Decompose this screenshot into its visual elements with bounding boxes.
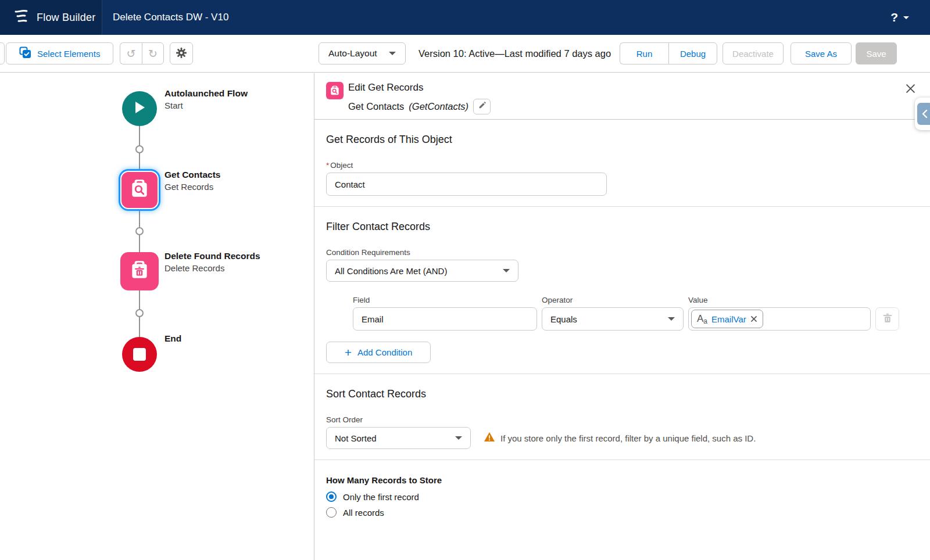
redo-icon: ↻ [148,47,158,60]
delete-records-icon [128,259,151,283]
redo-button[interactable]: ↻ [142,42,164,64]
help-menu-button[interactable]: ? [890,10,909,24]
brand-area: Flow Builder [0,0,102,35]
toolbar: Select Elements ↺ ↻ [0,35,930,73]
undo-redo-group: ↺ ↻ [120,42,164,64]
sort-warning: If you store only the first record, filt… [484,432,756,444]
edit-name-button[interactable] [473,99,491,114]
add-element-node[interactable] [135,227,144,235]
remove-value-icon[interactable] [750,314,757,324]
run-debug-group: Run Debug [620,42,717,64]
object-input[interactable]: Contact [326,173,607,196]
get-records-icon [128,178,151,202]
save-button[interactable]: Save [856,42,897,64]
value-input[interactable]: Aa EmailVar [688,307,871,331]
deactivate-button[interactable]: Deactivate [722,42,784,64]
end-node[interactable] [122,337,157,372]
gear-icon [176,47,187,60]
radio-selected-icon[interactable] [326,491,337,502]
plus-icon: + [345,346,352,358]
value-label: Value [688,296,871,304]
sort-section: Sort Contact Records Sort Order Not Sort… [314,374,930,460]
panel-header: Edit Get Records Get Contacts (GetContac… [314,73,930,120]
get-contacts-label: Get Contacts Get Records [164,170,220,192]
app-header: Flow Builder Delete Contacts DW - V10 ? [0,0,930,35]
add-condition-button[interactable]: + Add Condition [326,342,431,363]
field-input[interactable]: Email [353,307,537,331]
store-section: How Many Records to Store Only the first… [314,460,930,528]
add-element-node[interactable] [135,309,144,317]
object-field-label: *Object [326,161,918,170]
select-elements-button[interactable]: Select Elements [6,42,113,64]
get-records-mini-icon [326,82,344,99]
sort-section-heading: Sort Contact Records [326,385,918,400]
condition-requirements-dropdown[interactable]: All Conditions Are Met (AND) [326,260,518,282]
add-element-node[interactable] [135,145,144,153]
flow-title: Delete Contacts DW - V10 [113,12,228,23]
filter-section-heading: Filter Contact Records [326,217,918,233]
flow-canvas[interactable]: Autolaunched Flow Start Get Contacts Get… [0,73,314,560]
warning-icon [484,432,495,444]
undo-icon: ↺ [127,47,136,60]
radio-all-records[interactable]: All records [326,507,918,518]
filter-section: Filter Contact Records Condition Require… [314,207,930,374]
warning-text: If you store only the first record, filt… [500,433,756,443]
chevron-down-icon [455,436,462,440]
add-condition-label: Add Condition [357,347,412,357]
text-type-icon: Aa [697,314,707,325]
store-section-heading: How Many Records to Store [326,475,918,485]
sort-order-label: Sort Order [326,415,918,424]
chevron-left-icon [917,103,930,125]
value-pill-text: EmailVar [711,314,746,324]
chevron-down-icon [903,16,909,19]
undo-button[interactable]: ↺ [120,42,142,64]
clipped-toolbar-button[interactable] [0,42,5,64]
flow-builder-logo-icon [14,9,29,26]
get-contacts-node[interactable] [120,171,159,209]
condition-requirements-label: Condition Requirements [326,248,918,257]
chevron-down-icon [389,52,396,55]
radio-only-first-record[interactable]: Only the first record [326,491,918,502]
play-icon [133,100,146,117]
operator-dropdown[interactable]: Equals [542,307,684,331]
value-resource-pill[interactable]: Aa EmailVar [691,310,763,328]
element-api-name: (GetContacts) [409,101,468,112]
trash-icon [883,313,892,325]
condition-row: Field Email Operator Equals Value Aa [353,296,918,331]
operator-column: Operator Equals [542,296,684,331]
select-elements-label: Select Elements [37,49,100,59]
start-node[interactable] [122,91,157,126]
pencil-icon [478,102,486,112]
save-as-button[interactable]: Save As [791,42,852,64]
version-status-text: Version 10: Active—Last modified 7 days … [419,42,611,64]
settings-button[interactable] [170,42,193,64]
auto-layout-label: Auto-Layout [328,48,377,59]
app-name: Flow Builder [37,12,95,24]
object-section-heading: Get Records of This Object [326,130,918,146]
object-section: Get Records of This Object *Object Conta… [314,120,930,207]
auto-layout-dropdown[interactable]: Auto-Layout [319,42,406,64]
multi-select-icon [19,46,31,60]
delete-condition-button[interactable] [875,307,899,331]
debug-button[interactable]: Debug [668,42,717,64]
sort-order-dropdown[interactable]: Not Sorted [326,427,471,449]
field-label: Field [353,296,537,304]
start-node-label: Autolaunched Flow Start [164,88,248,110]
run-button[interactable]: Run [620,42,668,64]
element-name: Get Contacts [348,101,404,112]
delete-records-label: Delete Found Records Delete Records [164,251,260,273]
required-asterisk: * [326,161,329,170]
chevron-down-icon [503,269,510,272]
chevron-down-icon [668,317,675,321]
stop-icon [133,348,146,361]
flow-builder-screen: Flow Builder Delete Contacts DW - V10 ? … [0,0,930,560]
sort-row: Not Sorted If you store only the first r… [326,424,918,449]
close-panel-button[interactable] [903,81,917,95]
end-node-label: End [164,333,181,344]
panel-subtitle: Get Contacts (GetContacts) [348,99,491,114]
panel-expand-handle[interactable] [915,98,930,130]
delete-records-node[interactable] [120,252,159,290]
help-icon[interactable]: ? [890,10,898,24]
radio-unselected-icon[interactable] [326,507,337,518]
edit-get-records-panel: Edit Get Records Get Contacts (GetContac… [314,73,930,560]
